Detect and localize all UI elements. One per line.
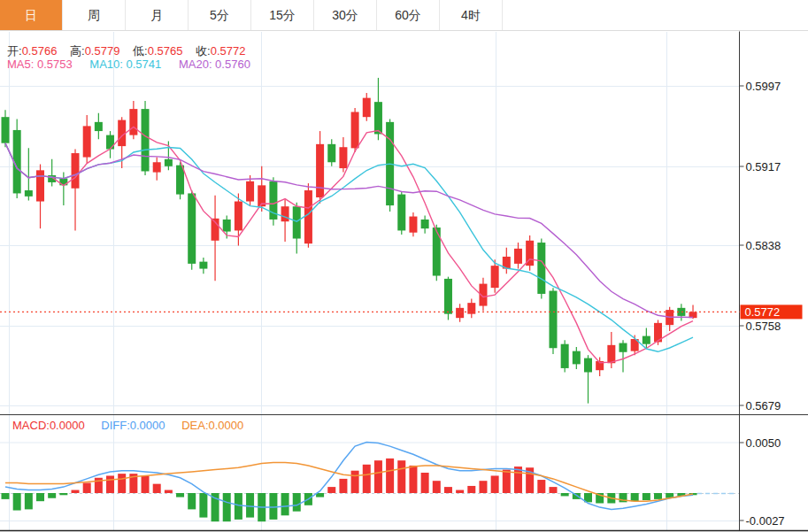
- candle-body: [2, 117, 10, 143]
- last-price-badge-text: 0.5772: [745, 305, 781, 319]
- candle-body: [363, 98, 371, 118]
- ma10-value: MA10: 0.5741: [89, 58, 161, 71]
- candle-body: [421, 220, 429, 228]
- candle-body: [106, 135, 114, 150]
- macd-legend: MACD:0.0000 DIFF:0.0000 DEA:0.0000: [12, 419, 243, 432]
- macd-histogram-bar: [72, 490, 80, 493]
- macd-histogram-bar: [106, 475, 114, 493]
- candle-body: [165, 159, 173, 166]
- candle-body: [351, 112, 359, 149]
- macd-histogram-bar: [386, 459, 394, 493]
- candle-body: [25, 190, 33, 197]
- macd-histogram-bar: [118, 474, 126, 493]
- tab-day[interactable]: 日: [0, 0, 63, 30]
- tab-4hour[interactable]: 4时: [440, 0, 503, 30]
- macd-histogram-bar: [142, 475, 150, 493]
- candle-body: [456, 308, 464, 318]
- macd-histogram-bar: [537, 480, 545, 493]
- macd-histogram-bar: [246, 493, 254, 518]
- candle-body: [199, 262, 207, 269]
- open-label: 开:: [7, 44, 22, 58]
- macd-histogram-bar: [631, 493, 639, 501]
- candle-body: [584, 359, 592, 373]
- tab-30min[interactable]: 30分: [314, 0, 377, 30]
- candle-body: [293, 206, 301, 238]
- macd-histogram-bar: [433, 481, 441, 493]
- macd-histogram-bar: [397, 460, 405, 493]
- ma20-line: [5, 143, 693, 318]
- candle-body: [607, 345, 615, 363]
- price-chart[interactable]: 0.59970.59170.58380.57580.56790.0050-0.0…: [0, 0, 808, 532]
- candle-body: [142, 109, 150, 171]
- macd-histogram-bar: [199, 493, 207, 518]
- candle-body: [573, 351, 581, 365]
- candle-body: [223, 220, 231, 232]
- candle-body: [36, 170, 44, 201]
- candle-body: [397, 195, 405, 231]
- candle-body: [537, 243, 545, 294]
- macd-histogram-bar: [223, 493, 231, 521]
- tab-15min[interactable]: 15分: [251, 0, 314, 30]
- macd-histogram-bar: [235, 493, 242, 520]
- macd-histogram-bar: [479, 481, 487, 493]
- macd-histogram-bar: [165, 490, 173, 493]
- trading-chart-window: 日周月5分15分30分60分4时 0.59970.59170.58380.575…: [0, 0, 808, 532]
- candle-body: [433, 227, 441, 275]
- macd-histogram-bar: [549, 487, 557, 493]
- macd-histogram-bar: [36, 493, 44, 501]
- candle-body: [549, 291, 557, 349]
- low-value: 0.5765: [148, 44, 183, 58]
- tab-5min[interactable]: 5分: [189, 0, 251, 30]
- ma5-value: MA5: 0.5753: [7, 58, 73, 71]
- macd-histogram-bar: [491, 475, 499, 493]
- macd-histogram-bar: [643, 493, 650, 500]
- macd-histogram-bar: [421, 473, 429, 493]
- macd-histogram-bar: [48, 493, 56, 498]
- high-label: 高:: [70, 44, 85, 58]
- ma20-value: MA20: 0.5760: [179, 58, 250, 71]
- ma-legend: MA5: 0.5753 MA10: 0.5741 MA20: 0.5760: [7, 58, 250, 71]
- macd-histogram-bar: [153, 484, 161, 493]
- candle-body: [561, 344, 569, 368]
- timeframe-tab-bar: 日周月5分15分30分60分4时: [0, 0, 808, 31]
- candle-body: [246, 181, 254, 202]
- candle-body: [619, 343, 627, 352]
- macd-histogram-bar: [561, 493, 569, 496]
- macd-histogram-bar: [503, 470, 511, 493]
- macd-histogram-bar: [25, 493, 33, 509]
- tab-week[interactable]: 周: [63, 0, 126, 30]
- macd-histogram-bar: [467, 486, 475, 493]
- macd-axis-label: -0.0027: [746, 514, 785, 528]
- candle-body: [129, 109, 137, 135]
- candle-body: [83, 126, 91, 157]
- macd-axis-label: 0.0050: [746, 436, 781, 450]
- candle-body: [374, 102, 382, 134]
- low-label: 低:: [133, 44, 148, 58]
- price-axis-label: 0.5838: [746, 239, 781, 252]
- macd-histogram-bar: [374, 460, 382, 493]
- macd-histogram-bar: [351, 471, 359, 493]
- ma5-line: [5, 127, 693, 363]
- candle-body: [339, 147, 347, 168]
- price-axis-label: 0.5679: [746, 399, 781, 412]
- close-value: 0.5772: [211, 44, 246, 58]
- diff-value: DIFF:0.0000: [101, 419, 165, 432]
- macd-histogram-bar: [654, 493, 662, 499]
- macd-histogram-bar: [2, 493, 10, 499]
- candle-body: [95, 122, 103, 131]
- dea-value: DEA:0.0000: [181, 419, 243, 432]
- macd-histogram-bar: [409, 466, 417, 493]
- macd-value: MACD:0.0000: [12, 419, 85, 432]
- tab-month[interactable]: 月: [126, 0, 189, 30]
- macd-histogram-bar: [13, 493, 21, 511]
- macd-histogram-bar: [59, 493, 67, 495]
- ma10-line: [5, 143, 693, 352]
- tab-60min[interactable]: 60分: [377, 0, 440, 30]
- macd-histogram-bar: [293, 493, 301, 512]
- candle-body: [316, 144, 324, 197]
- candle-body: [643, 336, 650, 344]
- price-axis-label: 0.5917: [746, 160, 781, 173]
- macd-histogram-bar: [444, 487, 452, 493]
- open-value: 0.5766: [22, 44, 58, 58]
- close-label: 收:: [196, 44, 211, 58]
